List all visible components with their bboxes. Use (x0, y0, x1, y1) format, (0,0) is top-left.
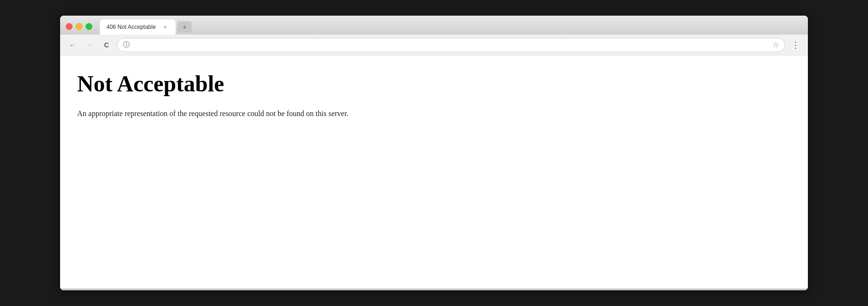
tab-title: 406 Not Acceptable (106, 24, 158, 30)
close-button[interactable] (66, 23, 72, 30)
nav-bar: ← → C ⓘ ☆ ⋮ (60, 35, 808, 55)
back-button[interactable]: ← (66, 38, 79, 52)
active-tab[interactable]: 406 Not Acceptable × (100, 19, 176, 35)
browser-menu-button[interactable]: ⋮ (789, 38, 802, 52)
reload-button[interactable]: C (100, 38, 113, 52)
traffic-lights (66, 23, 92, 35)
address-input[interactable] (133, 41, 770, 48)
title-bar: 406 Not Acceptable × + (60, 16, 808, 35)
info-icon: ⓘ (123, 41, 130, 49)
error-heading: Not Acceptable (77, 71, 791, 97)
minimize-button[interactable] (76, 23, 82, 30)
tabs-area: 406 Not Acceptable × + (100, 19, 808, 35)
address-bar[interactable]: ⓘ ☆ (117, 38, 785, 52)
bookmark-star-icon[interactable]: ☆ (772, 40, 779, 49)
browser-window: 406 Not Acceptable × + ← → C ⓘ ☆ ⋮ Not A… (60, 16, 808, 290)
new-tab-button[interactable]: + (177, 21, 192, 33)
forward-button[interactable]: → (83, 38, 96, 52)
maximize-button[interactable] (86, 23, 92, 30)
tab-close-button[interactable]: × (161, 23, 169, 31)
error-description: An appropriate representation of the req… (77, 108, 791, 119)
bottom-bar (60, 288, 808, 290)
page-content: Not Acceptable An appropriate representa… (60, 55, 808, 288)
